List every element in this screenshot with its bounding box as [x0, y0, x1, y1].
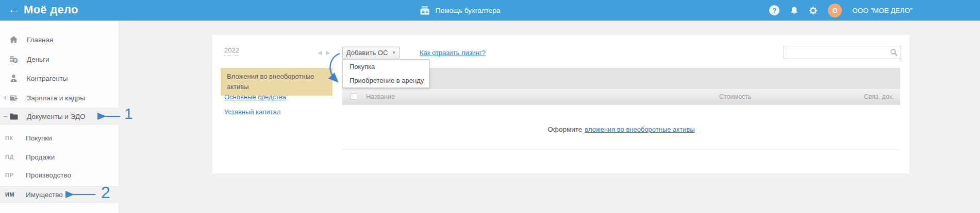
sidebar-item-label: Имущество [26, 191, 63, 199]
year-selector[interactable]: 2022 [224, 46, 239, 56]
subnav-item-investments[interactable]: Вложения во внеоборотные активы [221, 68, 333, 96]
sidebar-item-label: Производство [26, 171, 71, 179]
column-header-linked-docs[interactable]: Связ. док. [864, 93, 894, 100]
leasing-help-link[interactable]: Как отразить лизинг? [420, 49, 486, 57]
expand-plus-icon[interactable]: + [2, 94, 8, 102]
wallet-icon [9, 94, 18, 102]
sidebar-item-label: Покупки [26, 134, 52, 142]
annotation-curved-arrow-icon [326, 51, 348, 84]
dropdown-item-lease[interactable]: Приобретение в аренду [343, 74, 429, 87]
add-os-dropdown: Покупка Приобретение в аренду [342, 59, 429, 88]
dropdown-item-purchase[interactable]: Покупка [343, 60, 429, 74]
app-window: ← Моё дело Помощь бухгалтера ? [0, 0, 980, 213]
sidebar-item-label: Зарплата и кадры [27, 94, 85, 102]
topbar-right-group: ? О ООО "МОЕ ДЕЛО" [769, 0, 912, 21]
sidebar-item-label: Деньги [27, 56, 49, 63]
prev-year-icon[interactable]: ◀ [318, 50, 322, 56]
sidebar-item-purchases[interactable]: ПК Покупки [0, 129, 119, 147]
search-icon[interactable] [890, 48, 898, 57]
app-logo[interactable]: Моё дело [24, 3, 78, 16]
subnav-item-capital[interactable]: Уставный капитал [224, 108, 280, 116]
accountant-help-button[interactable]: Помощь бухгалтера [420, 0, 500, 21]
table-header: Название Стоимость Связ. док. [342, 89, 900, 104]
column-header-name[interactable]: Название [366, 93, 395, 100]
column-header-cost[interactable]: Стоимость [719, 93, 752, 100]
select-all-checkbox[interactable] [351, 93, 357, 100]
settings-gear-icon[interactable] [809, 6, 818, 15]
search-input[interactable] [784, 46, 901, 59]
sidebar-item-salary[interactable]: + Зарплата и кадры [0, 89, 119, 106]
sidebar-item-production[interactable]: ПР Производство [0, 166, 119, 184]
topbar: ← Моё дело Помощь бухгалтера ? [0, 0, 980, 21]
money-icon: ₽ [9, 55, 18, 64]
annotation-step-2: 2 [101, 183, 110, 202]
collapse-minus-icon[interactable]: − [2, 112, 8, 120]
sidebar-item-home[interactable]: Главная [0, 31, 119, 48]
annotation-arrow-2-icon [64, 191, 97, 198]
annotation-arrow-1-icon [96, 113, 122, 120]
svg-text:₽: ₽ [14, 59, 16, 63]
sidebar-item-prefix: ПД [5, 154, 26, 160]
avatar[interactable]: О [828, 4, 842, 17]
add-os-button-label: Добавить ОС [346, 49, 388, 57]
annotation-step-1: 1 [124, 105, 133, 122]
person-icon [9, 74, 18, 83]
sidebar-item-sales[interactable]: ПД Продажи [0, 148, 119, 166]
sidebar-item-money[interactable]: ₽ Деньги [0, 50, 119, 68]
sidebar-item-prefix: ПК [5, 135, 26, 141]
back-arrow-icon[interactable]: ← [8, 3, 20, 16]
folder-icon [9, 112, 18, 121]
cash-register-icon [420, 6, 431, 15]
sidebar-item-prefix: ПР [5, 172, 26, 178]
chevron-down-icon: ▼ [392, 50, 396, 55]
sidebar-item-label: Главная [27, 36, 53, 44]
empty-state: Оформитевложения во внеоборотные активы [342, 126, 900, 133]
sidebar-item-label: Контрагенты [27, 75, 68, 82]
empty-state-text: Оформите [547, 126, 582, 133]
divider [342, 149, 900, 150]
help-icon[interactable]: ? [769, 5, 779, 15]
add-os-button[interactable]: Добавить ОС ▼ [342, 46, 400, 59]
main-content: 2022 ◀ ▶ Добавить ОС ▼ Покупка Приобрете… [212, 35, 909, 173]
sidebar-item-prefix: ИМ [5, 191, 26, 198]
sidebar-item-label: Документы и ЭДО [27, 113, 86, 120]
accountant-help-label: Помощь бухгалтера [436, 7, 500, 14]
sidebar-item-contractors[interactable]: Контрагенты [0, 69, 119, 87]
notifications-bell-icon[interactable] [790, 6, 799, 15]
home-icon [9, 36, 18, 44]
empty-state-link[interactable]: вложения во внеоборотные активы [585, 126, 694, 133]
sidebar-item-label: Продажи [26, 153, 55, 161]
company-name[interactable]: ООО "МОЕ ДЕЛО" [852, 7, 912, 14]
subnav-item-fixed-assets[interactable]: Основные средства [224, 93, 286, 101]
search-box [784, 46, 901, 59]
